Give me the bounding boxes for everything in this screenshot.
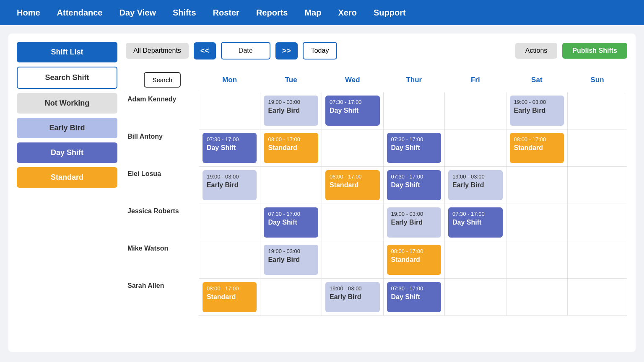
calendar-cell[interactable] bbox=[445, 241, 506, 279]
calendar-cell[interactable] bbox=[445, 279, 506, 316]
calendar-cell[interactable] bbox=[322, 204, 383, 241]
shift-time: 08:00 - 17:00 bbox=[207, 285, 253, 292]
calendar-cell[interactable]: 07:30 - 17:00Day Shift bbox=[383, 167, 445, 204]
calendar-cell[interactable]: 07:30 - 17:00Day Shift bbox=[260, 204, 322, 241]
shift-day-shift[interactable]: 07:30 - 17:00Day Shift bbox=[387, 170, 441, 200]
shift-list-button[interactable]: Shift List bbox=[17, 42, 117, 62]
shift-early-bird[interactable]: 19:00 - 03:00Early Bird bbox=[264, 96, 318, 126]
calendar-cell[interactable]: 19:00 - 03:00Early Bird bbox=[322, 279, 383, 316]
calendar-cell[interactable]: 08:00 - 17:00Standard bbox=[199, 279, 260, 316]
shift-label: Day Shift bbox=[391, 293, 437, 301]
calendar-cell[interactable]: 19:00 - 03:00Early Bird bbox=[383, 204, 445, 241]
employee-name: Elei Losua bbox=[126, 167, 199, 204]
shift-time: 19:00 - 03:00 bbox=[514, 99, 560, 105]
shift-label: Early Bird bbox=[330, 293, 376, 301]
employee-name: Jessica Roberts bbox=[126, 204, 199, 241]
top-navigation: Home Attendance Day View Shifts Roster R… bbox=[0, 0, 644, 25]
day-shift-button[interactable]: Day Shift bbox=[17, 142, 117, 163]
shift-day-shift[interactable]: 07:30 - 17:00Day Shift bbox=[387, 282, 441, 312]
shift-label: Day Shift bbox=[207, 144, 253, 152]
nav-support[interactable]: Support bbox=[374, 8, 406, 18]
shift-day-shift[interactable]: 07:30 - 17:00Day Shift bbox=[264, 207, 318, 238]
content-area: All Departments << Date >> Today Actions… bbox=[126, 42, 627, 344]
calendar-cell[interactable] bbox=[506, 167, 568, 204]
all-departments-button[interactable]: All Departments bbox=[126, 43, 189, 59]
calendar-cell[interactable] bbox=[260, 167, 322, 204]
calendar-cell[interactable] bbox=[506, 279, 568, 316]
shift-day-shift[interactable]: 07:30 - 17:00Day Shift bbox=[203, 133, 257, 163]
nav-roster[interactable]: Roster bbox=[213, 8, 239, 18]
calendar-cell[interactable]: 08:00 - 17:00Standard bbox=[506, 129, 568, 167]
calendar-cell[interactable] bbox=[322, 241, 383, 279]
calendar-cell[interactable] bbox=[506, 241, 568, 279]
shift-standard[interactable]: 08:00 - 17:00Standard bbox=[203, 282, 257, 312]
calendar-cell[interactable]: 07:30 - 17:00Day Shift bbox=[445, 204, 506, 241]
calendar-cell[interactable]: 08:00 - 17:00Standard bbox=[383, 241, 445, 279]
actions-button[interactable]: Actions bbox=[515, 43, 557, 59]
calendar-cell[interactable] bbox=[260, 279, 322, 316]
calendar-cell[interactable] bbox=[568, 204, 627, 241]
calendar-cell[interactable] bbox=[568, 241, 627, 279]
shift-day-shift[interactable]: 07:30 - 17:00Day Shift bbox=[448, 207, 503, 238]
shift-time: 19:00 - 03:00 bbox=[268, 248, 314, 254]
calendar-cell[interactable] bbox=[199, 92, 260, 129]
shift-early-bird[interactable]: 19:00 - 03:00Early Bird bbox=[387, 207, 441, 238]
shift-early-bird[interactable]: 19:00 - 03:00Early Bird bbox=[203, 170, 257, 200]
calendar-cell[interactable] bbox=[568, 92, 627, 129]
nav-reports[interactable]: Reports bbox=[256, 8, 288, 18]
today-button[interactable]: Today bbox=[303, 42, 338, 59]
shift-standard[interactable]: 08:00 - 17:00Standard bbox=[387, 245, 441, 275]
shift-early-bird[interactable]: 19:00 - 03:00Early Bird bbox=[264, 245, 318, 275]
early-bird-button[interactable]: Early Bird bbox=[17, 118, 117, 138]
calendar-cell[interactable]: 07:30 - 17:00Day Shift bbox=[322, 92, 383, 129]
shift-label: Standard bbox=[391, 256, 437, 264]
shift-label: Early Bird bbox=[391, 219, 437, 226]
calendar-cell[interactable]: 19:00 - 03:00Early Bird bbox=[260, 241, 322, 279]
publish-shifts-button[interactable]: Publish Shifts bbox=[562, 43, 627, 59]
calendar-cell[interactable]: 19:00 - 03:00Early Bird bbox=[260, 92, 322, 129]
nav-shifts[interactable]: Shifts bbox=[173, 8, 196, 18]
nav-map[interactable]: Map bbox=[304, 8, 321, 18]
next-button[interactable]: >> bbox=[275, 42, 298, 59]
calendar-cell[interactable] bbox=[199, 241, 260, 279]
calendar-cell[interactable]: 08:00 - 17:00Standard bbox=[322, 167, 383, 204]
prev-button[interactable]: << bbox=[194, 42, 216, 59]
search-shift-button[interactable]: Search Shift bbox=[17, 67, 117, 89]
calendar-cell[interactable]: 19:00 - 03:00Early Bird bbox=[199, 167, 260, 204]
shift-time: 19:00 - 03:00 bbox=[330, 285, 376, 292]
date-field[interactable]: Date bbox=[221, 42, 270, 59]
shift-standard[interactable]: 08:00 - 17:00Standard bbox=[264, 133, 318, 163]
calendar-cell[interactable] bbox=[445, 129, 506, 167]
shift-standard[interactable]: 08:00 - 17:00Standard bbox=[325, 170, 380, 200]
shift-early-bird[interactable]: 19:00 - 03:00Early Bird bbox=[510, 96, 564, 126]
nav-attendance[interactable]: Attendance bbox=[57, 8, 103, 18]
standard-button[interactable]: Standard bbox=[17, 167, 117, 188]
calendar-cell[interactable] bbox=[445, 92, 506, 129]
not-working-button[interactable]: Not Working bbox=[17, 93, 117, 114]
toolbar: All Departments << Date >> Today Actions… bbox=[126, 42, 627, 59]
shift-standard[interactable]: 08:00 - 17:00Standard bbox=[510, 133, 564, 163]
calendar-cell[interactable] bbox=[568, 129, 627, 167]
calendar-cell[interactable] bbox=[199, 204, 260, 241]
calendar-cell[interactable]: 07:30 - 17:00Day Shift bbox=[383, 279, 445, 316]
calendar-cell[interactable] bbox=[383, 92, 445, 129]
nav-home[interactable]: Home bbox=[17, 8, 40, 18]
calendar-cell[interactable]: 07:30 - 17:00Day Shift bbox=[199, 129, 260, 167]
calendar-cell[interactable]: 19:00 - 03:00Early Bird bbox=[445, 167, 506, 204]
calendar-cell[interactable]: 08:00 - 17:00Standard bbox=[260, 129, 322, 167]
shift-day-shift[interactable]: 07:30 - 17:00Day Shift bbox=[387, 133, 441, 163]
calendar-cell[interactable] bbox=[506, 204, 568, 241]
shift-early-bird[interactable]: 19:00 - 03:00Early Bird bbox=[448, 170, 503, 200]
calendar-cell[interactable]: 07:30 - 17:00Day Shift bbox=[383, 129, 445, 167]
nav-xero[interactable]: Xero bbox=[338, 8, 356, 18]
calendar-cell[interactable] bbox=[568, 279, 627, 316]
shift-day-shift[interactable]: 07:30 - 17:00Day Shift bbox=[325, 96, 380, 126]
employee-name: Bill Antony bbox=[126, 129, 199, 167]
nav-day-view[interactable]: Day View bbox=[119, 8, 156, 18]
calendar-cell[interactable] bbox=[322, 129, 383, 167]
shift-early-bird[interactable]: 19:00 - 03:00Early Bird bbox=[325, 282, 380, 312]
calendar-cell[interactable] bbox=[568, 167, 627, 204]
search-button[interactable]: Search bbox=[144, 72, 181, 88]
calendar-cell[interactable]: 19:00 - 03:00Early Bird bbox=[506, 92, 568, 129]
main-container: Shift List Search Shift Not Working Earl… bbox=[8, 34, 636, 352]
